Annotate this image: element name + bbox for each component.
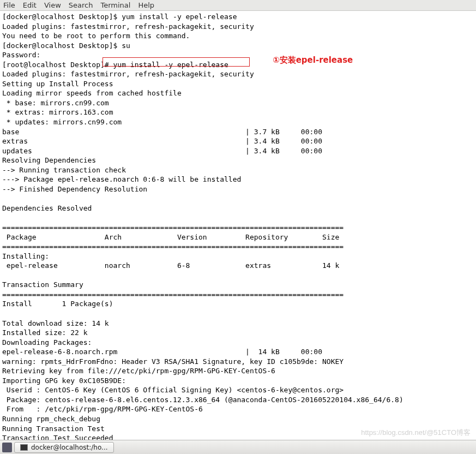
menu-terminal[interactable]: Terminal bbox=[100, 1, 130, 9]
terminal-output[interactable]: [docker@localhost Desktop]$ yum install … bbox=[0, 11, 476, 444]
menu-help[interactable]: Help bbox=[138, 1, 154, 9]
watermark-text: https://blog.csdn.net/@51CTO博客 bbox=[361, 428, 471, 438]
menubar: File Edit View Search Terminal Help bbox=[0, 0, 476, 11]
taskbar-window-button[interactable]: docker@localhost:/ho... bbox=[14, 442, 114, 453]
menu-view[interactable]: View bbox=[44, 1, 61, 9]
show-desktop-icon[interactable] bbox=[2, 443, 12, 452]
menu-search[interactable]: Search bbox=[69, 1, 93, 9]
taskbar-button-label: docker@localhost:/ho... bbox=[31, 444, 108, 451]
menu-edit[interactable]: Edit bbox=[23, 1, 37, 9]
menu-file[interactable]: File bbox=[3, 1, 15, 9]
taskbar: docker@localhost:/ho... bbox=[0, 440, 476, 454]
terminal-icon bbox=[20, 444, 28, 451]
